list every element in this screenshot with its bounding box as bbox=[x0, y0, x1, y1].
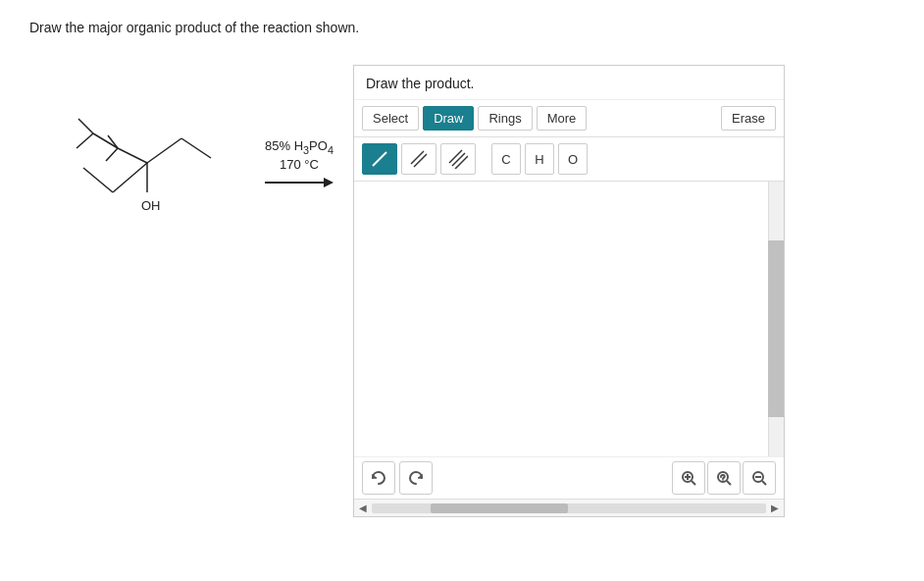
triple-bond-button[interactable] bbox=[440, 143, 476, 175]
svg-line-19 bbox=[692, 481, 695, 485]
double-bond-button[interactable] bbox=[401, 143, 436, 175]
svg-line-8 bbox=[108, 135, 118, 148]
zoom-in-button[interactable] bbox=[672, 461, 705, 495]
svg-line-12 bbox=[373, 152, 386, 166]
redo-button[interactable] bbox=[399, 461, 433, 495]
svg-line-17 bbox=[455, 156, 468, 169]
svg-line-15 bbox=[449, 150, 462, 163]
svg-line-9 bbox=[106, 148, 118, 161]
svg-line-1 bbox=[83, 168, 113, 192]
scroll-right-arrow[interactable]: ▶ bbox=[768, 502, 782, 513]
molecule-structure: OH bbox=[59, 94, 235, 232]
svg-line-13 bbox=[411, 151, 424, 164]
vertical-scrollbar[interactable] bbox=[768, 182, 784, 456]
zoom-reset-button[interactable] bbox=[707, 461, 741, 495]
oxygen-atom-button[interactable]: O bbox=[558, 143, 588, 175]
zoom-controls bbox=[672, 461, 776, 495]
hydrogen-atom-button[interactable]: H bbox=[525, 143, 554, 175]
erase-button[interactable]: Erase bbox=[721, 106, 776, 131]
scroll-left-arrow[interactable]: ◀ bbox=[356, 502, 370, 513]
svg-text:OH: OH bbox=[141, 198, 161, 213]
svg-line-14 bbox=[414, 154, 427, 167]
select-button[interactable]: Select bbox=[362, 106, 419, 131]
toolbar: Select Draw Rings More Erase bbox=[354, 100, 784, 137]
more-button[interactable]: More bbox=[537, 106, 588, 131]
svg-line-7 bbox=[78, 119, 93, 133]
draw-button[interactable]: Draw bbox=[423, 106, 474, 131]
svg-line-4 bbox=[118, 148, 147, 163]
reaction-condition-line1: 85% H3PO4 bbox=[265, 138, 334, 156]
draw-panel-title: Draw the product. bbox=[354, 66, 784, 100]
svg-line-5 bbox=[93, 133, 118, 148]
svg-line-6 bbox=[77, 133, 93, 148]
svg-line-2 bbox=[147, 138, 181, 163]
undo-button[interactable] bbox=[362, 461, 395, 495]
horizontal-scrollbar[interactable]: ◀ ▶ bbox=[354, 499, 784, 516]
undo-redo-group bbox=[362, 461, 433, 495]
reaction-arrow bbox=[265, 178, 334, 187]
svg-line-0 bbox=[113, 163, 147, 192]
svg-line-26 bbox=[762, 481, 766, 485]
svg-line-23 bbox=[727, 481, 731, 485]
rings-button[interactable]: Rings bbox=[478, 106, 532, 131]
draw-canvas[interactable] bbox=[354, 182, 784, 456]
svg-point-24 bbox=[722, 480, 724, 482]
reaction-condition-line2: 170 °C bbox=[280, 157, 319, 172]
vertical-scroll-thumb[interactable] bbox=[768, 240, 784, 417]
carbon-atom-button[interactable]: C bbox=[491, 143, 521, 175]
canvas-bottom-bar bbox=[354, 456, 784, 499]
draw-panel: Draw the product. Select Draw Rings More… bbox=[353, 65, 785, 517]
scroll-track[interactable] bbox=[372, 503, 766, 513]
svg-line-3 bbox=[181, 138, 211, 158]
instruction-text: Draw the major organic product of the re… bbox=[29, 20, 895, 35]
zoom-out-button[interactable] bbox=[743, 461, 776, 495]
svg-line-16 bbox=[452, 153, 465, 166]
scroll-thumb[interactable] bbox=[431, 503, 568, 513]
bond-atom-toolbar: C H O bbox=[354, 137, 784, 182]
single-bond-button[interactable] bbox=[362, 143, 397, 175]
